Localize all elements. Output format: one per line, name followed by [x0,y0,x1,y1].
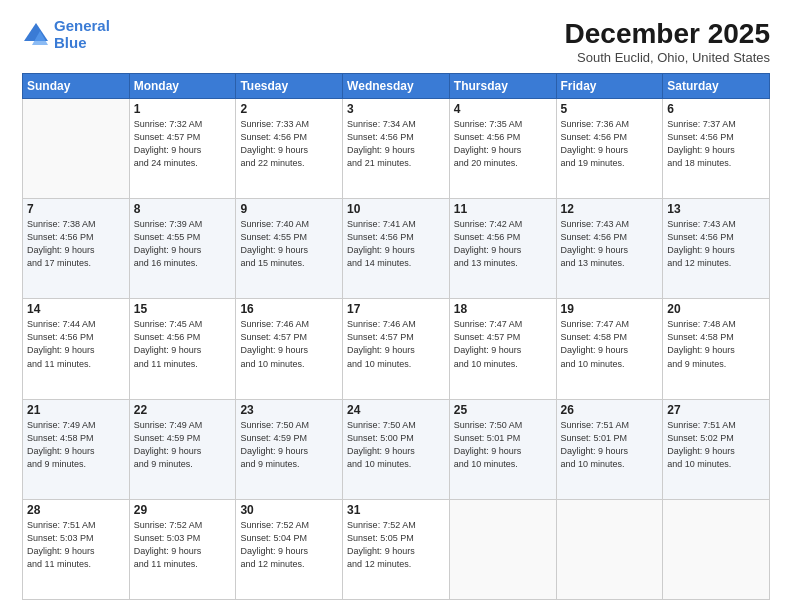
day-details: Sunrise: 7:50 AM Sunset: 4:59 PM Dayligh… [240,419,338,471]
main-title: December 2025 [565,18,770,50]
day-number: 7 [27,202,125,216]
day-number: 22 [134,403,232,417]
day-details: Sunrise: 7:52 AM Sunset: 5:04 PM Dayligh… [240,519,338,571]
day-details: Sunrise: 7:51 AM Sunset: 5:02 PM Dayligh… [667,419,765,471]
day-details: Sunrise: 7:44 AM Sunset: 4:56 PM Dayligh… [27,318,125,370]
day-details: Sunrise: 7:34 AM Sunset: 4:56 PM Dayligh… [347,118,445,170]
day-number: 1 [134,102,232,116]
table-row: 4Sunrise: 7:35 AM Sunset: 4:56 PM Daylig… [449,99,556,199]
day-details: Sunrise: 7:35 AM Sunset: 4:56 PM Dayligh… [454,118,552,170]
day-number: 13 [667,202,765,216]
day-number: 8 [134,202,232,216]
day-details: Sunrise: 7:49 AM Sunset: 4:58 PM Dayligh… [27,419,125,471]
table-row: 8Sunrise: 7:39 AM Sunset: 4:55 PM Daylig… [129,199,236,299]
table-row: 28Sunrise: 7:51 AM Sunset: 5:03 PM Dayli… [23,499,130,599]
day-number: 25 [454,403,552,417]
day-number: 20 [667,302,765,316]
day-number: 24 [347,403,445,417]
day-details: Sunrise: 7:33 AM Sunset: 4:56 PM Dayligh… [240,118,338,170]
table-row: 22Sunrise: 7:49 AM Sunset: 4:59 PM Dayli… [129,399,236,499]
day-details: Sunrise: 7:47 AM Sunset: 4:57 PM Dayligh… [454,318,552,370]
day-number: 4 [454,102,552,116]
day-number: 5 [561,102,659,116]
table-row: 23Sunrise: 7:50 AM Sunset: 4:59 PM Dayli… [236,399,343,499]
day-details: Sunrise: 7:43 AM Sunset: 4:56 PM Dayligh… [561,218,659,270]
day-number: 19 [561,302,659,316]
header-tuesday: Tuesday [236,74,343,99]
calendar-week-row: 7Sunrise: 7:38 AM Sunset: 4:56 PM Daylig… [23,199,770,299]
header-wednesday: Wednesday [343,74,450,99]
table-row: 11Sunrise: 7:42 AM Sunset: 4:56 PM Dayli… [449,199,556,299]
day-number: 12 [561,202,659,216]
table-row: 9Sunrise: 7:40 AM Sunset: 4:55 PM Daylig… [236,199,343,299]
header-monday: Monday [129,74,236,99]
table-row: 7Sunrise: 7:38 AM Sunset: 4:56 PM Daylig… [23,199,130,299]
table-row [556,499,663,599]
day-details: Sunrise: 7:40 AM Sunset: 4:55 PM Dayligh… [240,218,338,270]
table-row: 1Sunrise: 7:32 AM Sunset: 4:57 PM Daylig… [129,99,236,199]
header-saturday: Saturday [663,74,770,99]
subtitle: South Euclid, Ohio, United States [565,50,770,65]
table-row: 16Sunrise: 7:46 AM Sunset: 4:57 PM Dayli… [236,299,343,399]
day-details: Sunrise: 7:41 AM Sunset: 4:56 PM Dayligh… [347,218,445,270]
day-number: 2 [240,102,338,116]
table-row: 15Sunrise: 7:45 AM Sunset: 4:56 PM Dayli… [129,299,236,399]
day-details: Sunrise: 7:46 AM Sunset: 4:57 PM Dayligh… [240,318,338,370]
table-row: 27Sunrise: 7:51 AM Sunset: 5:02 PM Dayli… [663,399,770,499]
day-details: Sunrise: 7:52 AM Sunset: 5:03 PM Dayligh… [134,519,232,571]
table-row [23,99,130,199]
page: General Blue December 2025 South Euclid,… [0,0,792,612]
day-details: Sunrise: 7:43 AM Sunset: 4:56 PM Dayligh… [667,218,765,270]
table-row: 31Sunrise: 7:52 AM Sunset: 5:05 PM Dayli… [343,499,450,599]
day-number: 6 [667,102,765,116]
day-number: 9 [240,202,338,216]
calendar-table: Sunday Monday Tuesday Wednesday Thursday… [22,73,770,600]
logo-icon [22,21,50,49]
day-number: 28 [27,503,125,517]
day-details: Sunrise: 7:42 AM Sunset: 4:56 PM Dayligh… [454,218,552,270]
day-details: Sunrise: 7:37 AM Sunset: 4:56 PM Dayligh… [667,118,765,170]
table-row: 19Sunrise: 7:47 AM Sunset: 4:58 PM Dayli… [556,299,663,399]
table-row: 2Sunrise: 7:33 AM Sunset: 4:56 PM Daylig… [236,99,343,199]
day-details: Sunrise: 7:49 AM Sunset: 4:59 PM Dayligh… [134,419,232,471]
table-row: 10Sunrise: 7:41 AM Sunset: 4:56 PM Dayli… [343,199,450,299]
day-details: Sunrise: 7:51 AM Sunset: 5:03 PM Dayligh… [27,519,125,571]
table-row: 12Sunrise: 7:43 AM Sunset: 4:56 PM Dayli… [556,199,663,299]
day-number: 14 [27,302,125,316]
table-row: 18Sunrise: 7:47 AM Sunset: 4:57 PM Dayli… [449,299,556,399]
calendar-header-row: Sunday Monday Tuesday Wednesday Thursday… [23,74,770,99]
table-row: 25Sunrise: 7:50 AM Sunset: 5:01 PM Dayli… [449,399,556,499]
table-row: 30Sunrise: 7:52 AM Sunset: 5:04 PM Dayli… [236,499,343,599]
table-row: 13Sunrise: 7:43 AM Sunset: 4:56 PM Dayli… [663,199,770,299]
day-number: 16 [240,302,338,316]
calendar-week-row: 21Sunrise: 7:49 AM Sunset: 4:58 PM Dayli… [23,399,770,499]
day-details: Sunrise: 7:52 AM Sunset: 5:05 PM Dayligh… [347,519,445,571]
day-details: Sunrise: 7:51 AM Sunset: 5:01 PM Dayligh… [561,419,659,471]
table-row: 26Sunrise: 7:51 AM Sunset: 5:01 PM Dayli… [556,399,663,499]
header-thursday: Thursday [449,74,556,99]
day-details: Sunrise: 7:39 AM Sunset: 4:55 PM Dayligh… [134,218,232,270]
day-number: 29 [134,503,232,517]
day-number: 26 [561,403,659,417]
title-block: December 2025 South Euclid, Ohio, United… [565,18,770,65]
day-number: 18 [454,302,552,316]
day-details: Sunrise: 7:32 AM Sunset: 4:57 PM Dayligh… [134,118,232,170]
table-row: 21Sunrise: 7:49 AM Sunset: 4:58 PM Dayli… [23,399,130,499]
day-number: 10 [347,202,445,216]
calendar-week-row: 14Sunrise: 7:44 AM Sunset: 4:56 PM Dayli… [23,299,770,399]
day-number: 3 [347,102,445,116]
day-details: Sunrise: 7:47 AM Sunset: 4:58 PM Dayligh… [561,318,659,370]
calendar-week-row: 1Sunrise: 7:32 AM Sunset: 4:57 PM Daylig… [23,99,770,199]
table-row [663,499,770,599]
table-row: 3Sunrise: 7:34 AM Sunset: 4:56 PM Daylig… [343,99,450,199]
day-details: Sunrise: 7:36 AM Sunset: 4:56 PM Dayligh… [561,118,659,170]
day-details: Sunrise: 7:46 AM Sunset: 4:57 PM Dayligh… [347,318,445,370]
day-details: Sunrise: 7:45 AM Sunset: 4:56 PM Dayligh… [134,318,232,370]
day-number: 15 [134,302,232,316]
table-row: 29Sunrise: 7:52 AM Sunset: 5:03 PM Dayli… [129,499,236,599]
day-number: 11 [454,202,552,216]
day-number: 27 [667,403,765,417]
day-details: Sunrise: 7:48 AM Sunset: 4:58 PM Dayligh… [667,318,765,370]
table-row: 20Sunrise: 7:48 AM Sunset: 4:58 PM Dayli… [663,299,770,399]
table-row: 5Sunrise: 7:36 AM Sunset: 4:56 PM Daylig… [556,99,663,199]
